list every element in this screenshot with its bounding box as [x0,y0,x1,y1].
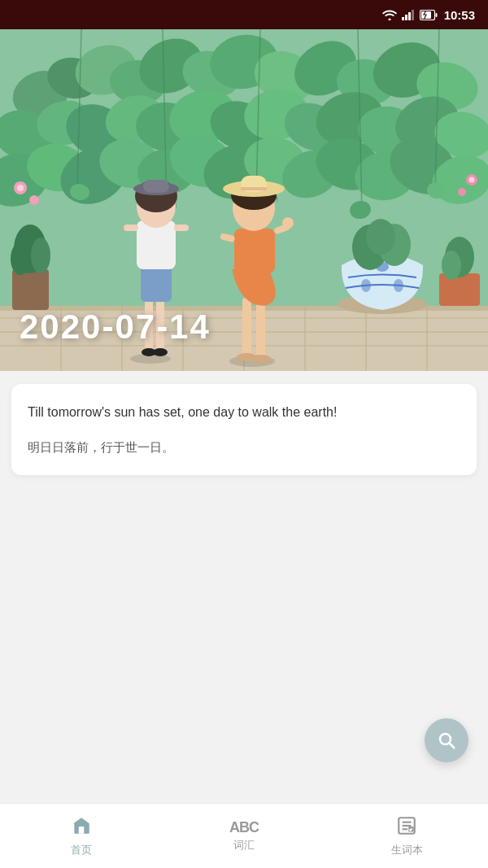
bottom-navigation: 首页 ABC 词汇 生词本 [0,803,488,868]
svg-rect-106 [234,229,275,273]
svg-point-60 [29,195,39,205]
svg-rect-2 [408,12,411,20]
nav-wordbook-label: 生词本 [391,843,423,857]
svg-point-109 [282,217,294,229]
nav-vocabulary-label: 词汇 [233,838,255,853]
svg-rect-1 [405,15,407,20]
svg-rect-96 [174,225,189,231]
svg-point-57 [17,185,24,191]
hero-image: 2020-07-14 [0,29,488,371]
svg-point-59 [469,177,475,183]
nav-vocabulary[interactable]: ABC 词汇 [163,820,325,853]
quote-english: Till tomorrow's sun has set, one day to … [28,402,460,423]
search-icon [437,731,456,750]
svg-point-81 [394,279,403,292]
svg-rect-95 [124,225,138,231]
battery-icon [420,10,438,20]
time-display: 10:53 [444,8,475,22]
nav-wordbook[interactable]: 生词本 [325,815,488,857]
status-icons [382,9,438,20]
svg-rect-117 [79,827,85,834]
fab-search-button[interactable] [425,718,468,762]
svg-point-105 [251,355,271,363]
svg-point-115 [440,734,451,744]
svg-point-84 [366,219,395,255]
svg-rect-102 [242,298,251,356]
vocabulary-icon: ABC [229,820,259,835]
wordbook-icon [396,815,417,840]
svg-rect-3 [412,10,414,20]
svg-line-116 [450,744,455,749]
svg-point-80 [361,279,371,292]
svg-rect-0 [402,17,404,20]
svg-rect-103 [256,302,265,357]
quote-card: Till tomorrow's sun has set, one day to … [11,384,477,475]
date-display: 2020-07-14 [20,308,211,347]
svg-rect-114 [241,187,267,190]
svg-point-77 [31,238,50,273]
home-icon [71,815,92,840]
svg-rect-5 [435,13,437,17]
wifi-icon [382,9,397,20]
svg-point-92 [153,348,168,356]
svg-point-87 [442,251,461,280]
nav-home-label: 首页 [71,843,92,857]
svg-rect-100 [143,180,169,193]
nav-home[interactable]: 首页 [0,815,163,857]
svg-rect-74 [12,269,49,310]
status-bar: 10:53 [0,0,488,29]
signal-icon [402,9,415,20]
quote-chinese: 明日日落前，行于世一日。 [28,438,460,457]
svg-point-76 [11,242,30,275]
svg-rect-85 [439,273,480,306]
svg-point-61 [458,188,466,196]
